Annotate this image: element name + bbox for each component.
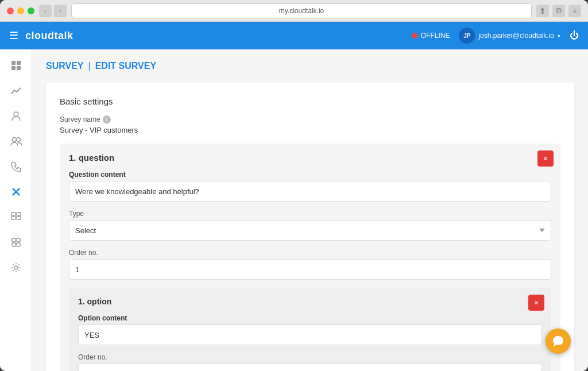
url-text: my.cloudtalk.io	[279, 7, 324, 15]
minimize-traffic-light[interactable]	[17, 7, 24, 14]
svg-point-5	[12, 138, 16, 142]
breadcrumb-edit: EDIT SURVEY	[95, 61, 156, 71]
sidebar	[0, 49, 32, 371]
contacts-icon	[11, 111, 21, 121]
question-content-group: Question content	[69, 171, 551, 202]
question-order-input[interactable]	[69, 259, 551, 280]
svg-rect-3	[17, 66, 21, 70]
question-title: 1. question	[69, 153, 551, 163]
breadcrumb-divider: |	[88, 61, 91, 71]
question-block: 1. question × Question content Type Sele…	[60, 144, 560, 371]
svg-rect-10	[17, 212, 21, 215]
question-content-label: Question content	[69, 171, 551, 179]
voicemail-icon	[11, 212, 21, 222]
offline-badge: OFFLINE	[412, 32, 450, 40]
content-area: SURVEY | EDIT SURVEY Basic settings Surv…	[32, 49, 588, 371]
app: ☰ cloudtalk OFFLINE JP josh.parker@cloud…	[0, 22, 588, 371]
question-content-input[interactable]	[69, 181, 551, 202]
teams-icon	[10, 136, 22, 146]
chat-bubble[interactable]	[546, 329, 571, 354]
user-menu[interactable]: JP josh.parker@cloudtalk.io ▾	[459, 28, 560, 44]
svg-rect-14	[17, 238, 20, 242]
question-type-label: Type	[69, 210, 551, 218]
nav-right: OFFLINE JP josh.parker@cloudtalk.io ▾ ⏻	[412, 28, 579, 44]
delete-question-button[interactable]: ×	[537, 150, 554, 167]
browser-bar: ‹ › my.cloudtalk.io ⬆ ⧉ +	[0, 0, 588, 22]
option-title: 1. option	[78, 297, 542, 306]
option-order-group: Order no.	[78, 353, 542, 371]
delete-option-button[interactable]: ×	[528, 295, 544, 311]
sidebar-item-integration[interactable]	[5, 231, 28, 254]
option-content-input[interactable]	[78, 324, 542, 345]
sidebar-item-contacts[interactable]	[5, 105, 28, 127]
hamburger-button[interactable]: ☰	[9, 29, 18, 42]
sidebar-item-teams[interactable]	[5, 130, 28, 153]
close-traffic-light[interactable]	[7, 7, 14, 14]
top-nav: ☰ cloudtalk OFFLINE JP josh.parker@cloud…	[0, 22, 588, 49]
survey-name-group: Survey name i Survey - VIP customers	[60, 115, 560, 134]
forward-button[interactable]: ›	[54, 5, 67, 17]
sidebar-item-dashboard[interactable]	[5, 54, 28, 77]
sidebar-item-voicemail[interactable]	[5, 206, 28, 229]
breadcrumb-survey[interactable]: SURVEY	[46, 61, 84, 71]
maximize-traffic-light[interactable]	[28, 7, 34, 14]
sidebar-item-analytics[interactable]	[5, 79, 28, 102]
svg-rect-12	[17, 217, 21, 219]
question-type-group: Type Select	[69, 210, 551, 241]
survey-name-label: Survey name i	[60, 115, 560, 123]
option-order-input[interactable]	[78, 364, 542, 371]
traffic-lights	[7, 7, 34, 14]
settings-icon	[11, 262, 21, 273]
chat-icon	[552, 335, 564, 347]
analytics-icon	[11, 86, 21, 96]
question-order-group: Order no.	[69, 249, 551, 280]
question-order-label: Order no.	[69, 249, 551, 257]
svg-rect-9	[11, 212, 16, 215]
edit-survey-card: Basic settings Survey name i Survey - VI…	[46, 83, 574, 371]
svg-rect-2	[11, 66, 16, 70]
address-bar[interactable]: my.cloudtalk.io	[71, 3, 532, 18]
add-button[interactable]: +	[568, 5, 581, 17]
svg-point-4	[14, 112, 18, 117]
main-area: SURVEY | EDIT SURVEY Basic settings Surv…	[0, 49, 588, 371]
new-tab-button[interactable]: ⧉	[552, 5, 565, 17]
offline-label: OFFLINE	[421, 32, 450, 40]
svg-rect-1	[17, 61, 21, 65]
logo: cloudtalk	[25, 30, 74, 42]
sidebar-item-phone[interactable]	[5, 155, 28, 178]
dashboard-icon	[11, 60, 21, 71]
option-content-label: Option content	[78, 314, 542, 322]
user-avatar: JP	[459, 28, 475, 44]
svg-point-6	[16, 138, 20, 142]
svg-rect-16	[17, 243, 20, 246]
user-email: josh.parker@cloudtalk.io	[478, 32, 554, 40]
question-type-select[interactable]: Select	[69, 220, 551, 241]
browser-actions: ⬆ ⧉ +	[536, 5, 581, 17]
chevron-down-icon: ▾	[558, 33, 560, 39]
back-button[interactable]: ‹	[39, 5, 52, 17]
phone-icon	[11, 161, 21, 172]
svg-rect-0	[11, 61, 16, 65]
survey-name-info-icon[interactable]: i	[103, 115, 111, 123]
offline-dot	[412, 33, 417, 38]
browser-nav: ‹ ›	[39, 5, 67, 17]
survey-icon	[11, 187, 21, 196]
option-content-group: Option content	[78, 314, 542, 345]
svg-rect-11	[11, 217, 16, 219]
svg-rect-13	[12, 238, 16, 242]
sidebar-item-survey[interactable]	[5, 180, 28, 203]
option-order-label: Order no.	[78, 353, 542, 361]
sidebar-item-settings[interactable]	[5, 256, 28, 279]
power-button[interactable]: ⏻	[570, 30, 579, 41]
share-button[interactable]: ⬆	[536, 5, 549, 17]
option-block: 1. option × Option content Order no.	[69, 288, 551, 371]
integration-icon	[11, 237, 21, 248]
survey-name-value: Survey - VIP customers	[60, 126, 560, 134]
breadcrumb: SURVEY | EDIT SURVEY	[46, 61, 574, 71]
svg-rect-15	[12, 243, 16, 246]
basic-settings-title: Basic settings	[60, 96, 560, 106]
svg-point-17	[14, 266, 18, 269]
